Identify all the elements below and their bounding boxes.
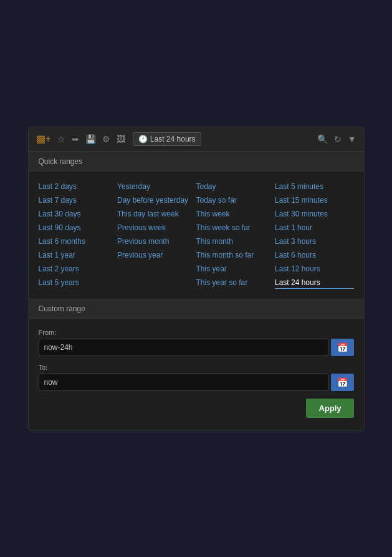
range-last-7-days[interactable]: Last 7 days bbox=[39, 195, 118, 205]
apply-button[interactable]: Apply bbox=[306, 399, 353, 418]
monitor-icon[interactable]: 🖼 bbox=[117, 134, 125, 144]
from-input[interactable] bbox=[39, 339, 328, 356]
range-last-5-years[interactable]: Last 5 years bbox=[39, 278, 118, 288]
range-last-2-years[interactable]: Last 2 years bbox=[39, 264, 118, 274]
refresh-icon[interactable]: ↻ bbox=[334, 134, 342, 144]
save-icon[interactable]: 💾 bbox=[85, 134, 96, 144]
from-field-group: From: 📅 bbox=[39, 329, 354, 356]
range-last-6-months[interactable]: Last 6 months bbox=[39, 236, 118, 246]
range-last-5-minutes[interactable]: Last 5 minutes bbox=[275, 182, 354, 191]
range-yesterday[interactable]: Yesterday bbox=[117, 182, 196, 191]
range-day-before-yesterday[interactable]: Day before yesterday bbox=[117, 195, 196, 205]
dropdown-icon[interactable]: ▼ bbox=[348, 134, 356, 144]
range-this-week[interactable]: This week bbox=[196, 209, 275, 219]
to-label: To: bbox=[39, 364, 354, 371]
range-this-year-so-far[interactable]: This year so far bbox=[196, 278, 275, 288]
chart-icon[interactable]: ▩+ bbox=[36, 133, 51, 145]
range-last-3-hours[interactable]: Last 3 hours bbox=[275, 236, 354, 246]
range-last-90-days[interactable]: Last 90 days bbox=[39, 223, 118, 233]
range-previous-month[interactable]: Previous month bbox=[117, 236, 196, 246]
to-field-row: 📅 bbox=[39, 374, 354, 391]
range-column-4: Last 5 minutes Last 15 minutes Last 30 m… bbox=[275, 182, 354, 289]
range-this-day-last-week[interactable]: This day last week bbox=[117, 209, 196, 219]
range-last-30-days[interactable]: Last 30 days bbox=[39, 209, 118, 219]
range-this-year[interactable]: This year bbox=[196, 264, 275, 274]
quick-ranges-grid: Last 2 days Last 7 days Last 30 days Las… bbox=[29, 172, 364, 299]
from-field-row: 📅 bbox=[39, 339, 354, 356]
clock-icon: 🕐 bbox=[138, 135, 148, 143]
range-previous-year[interactable]: Previous year bbox=[117, 250, 196, 260]
range-column-2: Yesterday Day before yesterday This day … bbox=[117, 182, 196, 289]
range-last-24-hours[interactable]: Last 24 hours bbox=[275, 278, 354, 289]
range-last-2-days[interactable]: Last 2 days bbox=[39, 182, 118, 191]
time-range-label: Last 24 hours bbox=[150, 135, 196, 143]
from-label: From: bbox=[39, 329, 354, 336]
search-icon[interactable]: 🔍 bbox=[317, 134, 328, 144]
range-last-15-minutes[interactable]: Last 15 minutes bbox=[275, 195, 354, 205]
to-calendar-button[interactable]: 📅 bbox=[331, 374, 354, 391]
range-last-12-hours[interactable]: Last 12 hours bbox=[275, 264, 354, 274]
range-today-so-far[interactable]: Today so far bbox=[196, 195, 275, 205]
range-this-month[interactable]: This month bbox=[196, 236, 275, 246]
range-previous-week[interactable]: Previous week bbox=[117, 223, 196, 233]
range-today[interactable]: Today bbox=[196, 182, 275, 191]
from-calendar-button[interactable]: 📅 bbox=[331, 339, 354, 356]
range-last-30-minutes[interactable]: Last 30 minutes bbox=[275, 209, 354, 219]
share-icon[interactable]: ➦ bbox=[72, 134, 79, 144]
range-column-1: Last 2 days Last 7 days Last 30 days Las… bbox=[39, 182, 118, 289]
apply-row: Apply bbox=[39, 399, 354, 420]
range-last-6-hours[interactable]: Last 6 hours bbox=[275, 250, 354, 260]
range-this-week-so-far[interactable]: This week so far bbox=[196, 223, 275, 233]
toolbar: ▩+ ☆ ➦ 💾 ⚙ 🖼 🕐 Last 24 hours 🔍 ↻ ▼ bbox=[29, 127, 364, 152]
quick-ranges-header: Quick ranges bbox=[29, 152, 364, 172]
range-this-month-so-far[interactable]: This month so far bbox=[196, 250, 275, 260]
time-range-button[interactable]: 🕐 Last 24 hours bbox=[133, 132, 201, 146]
range-column-3: Today Today so far This week This week s… bbox=[196, 182, 275, 289]
range-last-1-hour[interactable]: Last 1 hour bbox=[275, 223, 354, 233]
to-input[interactable] bbox=[39, 374, 328, 391]
custom-range-header: Custom range bbox=[29, 299, 364, 319]
to-field-group: To: 📅 bbox=[39, 364, 354, 391]
custom-range-fields: From: 📅 To: 📅 Apply bbox=[29, 319, 364, 430]
range-last-1-year[interactable]: Last 1 year bbox=[39, 250, 118, 260]
star-icon[interactable]: ☆ bbox=[57, 134, 65, 144]
time-picker-panel: ▩+ ☆ ➦ 💾 ⚙ 🖼 🕐 Last 24 hours 🔍 ↻ ▼ Quick… bbox=[28, 127, 365, 431]
gear-icon[interactable]: ⚙ bbox=[102, 134, 110, 144]
